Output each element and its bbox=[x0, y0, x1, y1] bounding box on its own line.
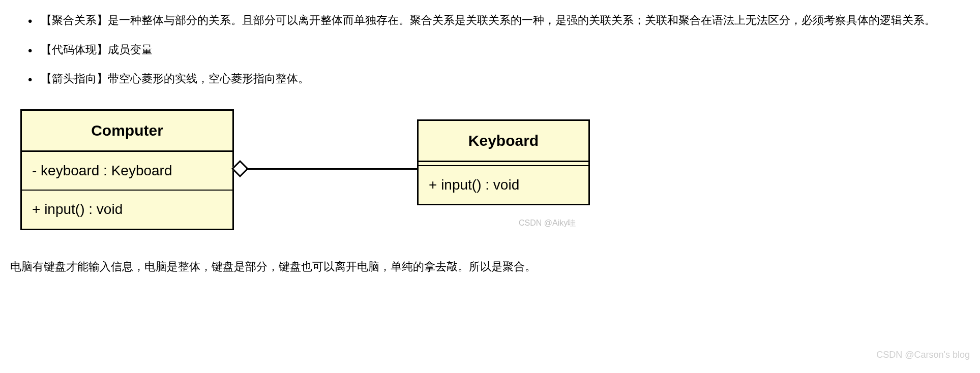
bullet-item-code: 【代码体现】成员变量 bbox=[31, 40, 970, 60]
uml-class-keyboard: Keyboard + input() : void bbox=[417, 119, 590, 205]
aggregation-line bbox=[246, 168, 417, 170]
uml-method: + input() : void bbox=[22, 191, 232, 228]
bullet-text: 【聚合关系】是一种整体与部分的关系。且部分可以离开整体而单独存在。聚合关系是关联… bbox=[41, 14, 936, 26]
uml-empty-attributes bbox=[419, 162, 588, 166]
uml-class-name: Computer bbox=[22, 111, 232, 152]
bullet-text: 【箭头指向】带空心菱形的实线，空心菱形指向整体。 bbox=[41, 72, 309, 85]
uml-class-computer: Computer - keyboard : Keyboard + input()… bbox=[20, 109, 234, 230]
bullet-item-arrow: 【箭头指向】带空心菱形的实线，空心菱形指向整体。 bbox=[31, 69, 970, 89]
uml-class-name: Keyboard bbox=[419, 121, 588, 162]
diagram-watermark: CSDN @Aiky哇 bbox=[519, 216, 576, 231]
bullet-text: 【代码体现】成员变量 bbox=[41, 43, 153, 56]
bullet-list: 【聚合关系】是一种整体与部分的关系。且部分可以离开整体而单独存在。聚合关系是关联… bbox=[10, 10, 970, 89]
uml-attribute: - keyboard : Keyboard bbox=[22, 152, 232, 191]
uml-method: + input() : void bbox=[419, 166, 588, 204]
uml-diagram: Computer - keyboard : Keyboard + input()… bbox=[20, 109, 970, 226]
explanation-text: 电脑有键盘才能输入信息，电脑是整体，键盘是部分，键盘也可以离开电脑，单纯的拿去敲… bbox=[10, 257, 970, 277]
bullet-item-aggregation: 【聚合关系】是一种整体与部分的关系。且部分可以离开整体而单独存在。聚合关系是关联… bbox=[31, 10, 970, 30]
